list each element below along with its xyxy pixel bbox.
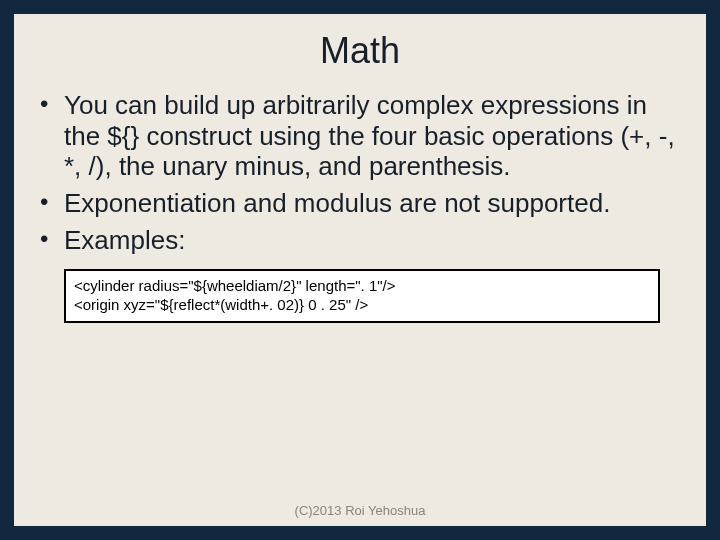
bullet-list: You can build up arbitrarily complex exp… (38, 90, 682, 255)
bullet-item: You can build up arbitrarily complex exp… (38, 90, 682, 182)
slide-frame: Math You can build up arbitrarily comple… (0, 0, 720, 540)
code-line: <origin xyz="${reflect*(width+. 02)} 0 .… (74, 296, 650, 315)
bullet-item: Exponentiation and modulus are not suppo… (38, 188, 682, 219)
code-example-box: <cylinder radius="${wheeldiam/2}" length… (64, 269, 660, 323)
footer-copyright: (C)2013 Roi Yehoshua (14, 503, 706, 518)
bullet-item: Examples: (38, 225, 682, 256)
slide-title: Math (38, 30, 682, 72)
code-line: <cylinder radius="${wheeldiam/2}" length… (74, 277, 650, 296)
slide-body: Math You can build up arbitrarily comple… (14, 14, 706, 526)
